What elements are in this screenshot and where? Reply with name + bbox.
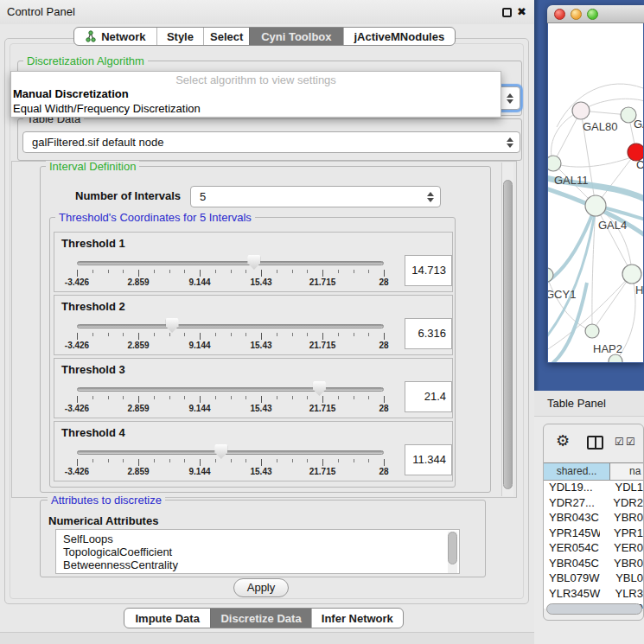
- table-rows: YDL19...YDL1YDR27...YDR2YBR043CYBR0YPR14…: [544, 481, 643, 609]
- threshold-value-field[interactable]: 6.316: [405, 318, 452, 349]
- table-row[interactable]: YDL19...YDL1: [544, 481, 643, 496]
- checkbox-icon[interactable]: ☑: [615, 436, 624, 448]
- network-window[interactable]: GAL80 GA GAL11 GAL4 GCY1 H HAP2 C: [547, 5, 644, 363]
- combo-arrows-icon: [507, 93, 513, 104]
- table-row[interactable]: YDR27...YDR2: [544, 496, 643, 512]
- slider-tick-labels: -3.4262.8599.14415.4321.71528: [77, 277, 384, 288]
- slider-handle[interactable]: [214, 444, 227, 459]
- slider-track[interactable]: [77, 450, 384, 455]
- tab-cyni-toolbox[interactable]: Cyni Toolbox: [249, 28, 343, 45]
- slider-ticks: [77, 396, 384, 403]
- table-row[interactable]: YBR043CYBR0: [544, 511, 643, 526]
- network-window-titlebar[interactable]: [547, 5, 644, 23]
- bottom-tabbar: Impute Data Discretize Data Infer Networ…: [124, 608, 404, 628]
- node-gal4[interactable]: [585, 195, 606, 216]
- slider-tick-labels: -3.4262.8599.14415.4321.71528: [77, 404, 384, 414]
- numerical-attributes-list[interactable]: SelfLoopsTopologicalCoefficientBetweenne…: [55, 529, 460, 574]
- minimize-traffic-light[interactable]: [571, 9, 582, 20]
- threshold-value-field[interactable]: 21.4: [405, 381, 452, 412]
- node-h[interactable]: [622, 265, 641, 284]
- attributes-legend: Attributes to discretize: [48, 494, 165, 507]
- table-row[interactable]: YPR145WYPR1: [544, 526, 643, 542]
- columns-icon[interactable]: [587, 436, 603, 450]
- table-row[interactable]: YER054CYER0: [544, 541, 643, 557]
- network-graph: GAL80 GA GAL11 GAL4 GCY1 H HAP2 C: [548, 23, 643, 362]
- slider-handle[interactable]: [247, 255, 260, 270]
- threshold-panel: Threshold 3-3.4262.8599.14415.4321.71528…: [54, 358, 453, 418]
- checkbox-icon[interactable]: ☑: [626, 436, 635, 448]
- slider-handle[interactable]: [313, 381, 326, 396]
- table-row[interactable]: YLR345WYLR3: [544, 587, 643, 603]
- attributes-scrollbar-thumb[interactable]: [448, 532, 457, 564]
- popup-option-equal-width[interactable]: Equal Width/Frequency Discretization: [13, 102, 201, 115]
- cell-shared-name: YLR345W: [544, 587, 601, 603]
- float-window-icon[interactable]: [502, 8, 512, 17]
- slider-track[interactable]: [77, 261, 384, 265]
- cell-name: YBR0: [600, 557, 643, 572]
- slider-tick-labels: -3.4262.8599.14415.4321.71528: [77, 341, 384, 351]
- tab-infer-network[interactable]: Infer Network: [311, 609, 403, 628]
- interval-definition-legend: Interval Definition: [46, 160, 139, 173]
- slider-tick-labels: -3.4262.8599.14415.4321.71528: [77, 467, 384, 477]
- apply-button[interactable]: Apply: [233, 578, 289, 597]
- node-label-gal11: GAL11: [554, 174, 589, 187]
- node-bottom-partial[interactable]: [609, 354, 622, 362]
- network-canvas[interactable]: GAL80 GA GAL11 GAL4 GCY1 H HAP2 C: [548, 23, 643, 362]
- table-data-combo[interactable]: galFiltered.sif default node: [22, 131, 520, 153]
- node-label-partial-h: H: [635, 284, 643, 296]
- numerical-attributes-label: Numerical Attributes: [48, 514, 158, 527]
- column-header-name[interactable]: na: [610, 463, 643, 480]
- tab-select[interactable]: Select: [203, 28, 249, 45]
- threshold-value-field[interactable]: 11.344: [405, 444, 452, 475]
- vertical-scrollbar-thumb[interactable]: [503, 180, 513, 489]
- slider-ticks: [77, 459, 384, 466]
- top-tabbar: Network Style Select Cyni Toolbox jActiv…: [73, 27, 456, 46]
- horizontal-scrollbar-thumb[interactable]: [546, 603, 642, 615]
- cell-shared-name: YBR043C: [544, 511, 600, 526]
- popup-option-manual[interactable]: Manual Discretization: [13, 87, 129, 100]
- threshold-label: Threshold 4: [61, 426, 125, 439]
- table-panel-titlebar: Table Panel: [534, 391, 644, 417]
- cell-shared-name: YBL079W: [544, 571, 602, 587]
- number-of-intervals-combo[interactable]: 5: [190, 186, 441, 207]
- attribute-list-item[interactable]: SelfLoops: [56, 532, 459, 545]
- tab-network-label: Network: [101, 30, 145, 43]
- threshold-value-field[interactable]: 14.713: [405, 255, 452, 286]
- algorithm-popup: Select algorithm to view settings Manual…: [10, 71, 501, 118]
- node-label-gcy1: GCY1: [548, 288, 576, 301]
- table-row[interactable]: YBL079WYBL0: [544, 571, 643, 587]
- cell-name: YPR1: [600, 526, 643, 542]
- threshold-label: Threshold 1: [61, 237, 125, 250]
- node-label-hap2: HAP2: [593, 342, 622, 355]
- number-of-intervals-label: Number of Intervals: [75, 189, 181, 202]
- tab-network[interactable]: Network: [74, 28, 156, 45]
- control-panel-titlebar: Control Panel ✖: [0, 0, 534, 24]
- node-hap2[interactable]: [585, 324, 599, 338]
- close-traffic-light[interactable]: [554, 9, 565, 20]
- cell-shared-name: YDR27...: [544, 496, 599, 512]
- attribute-list-item[interactable]: TopologicalCoefficient: [56, 545, 459, 558]
- attribute-list-item[interactable]: BetweennessCentrality: [56, 558, 459, 571]
- cell-shared-name: YBR045C: [544, 557, 600, 572]
- tab-impute-data[interactable]: Impute Data: [124, 609, 210, 628]
- tab-jactivemnodules[interactable]: jActiveMNodules: [343, 28, 455, 45]
- slider-track[interactable]: [77, 324, 384, 328]
- node-gal80[interactable]: [572, 102, 590, 119]
- attributes-scrollbar-track[interactable]: [448, 532, 457, 573]
- close-icon[interactable]: ✖: [517, 0, 526, 24]
- tab-discretize-data[interactable]: Discretize Data: [210, 609, 310, 628]
- slider-handle[interactable]: [166, 318, 179, 333]
- node-label-partial-c: C: [636, 158, 643, 171]
- cell-shared-name: YER054C: [544, 541, 600, 557]
- table-row[interactable]: YBR045CYBR0: [544, 557, 643, 572]
- cell-name: YDR2: [599, 496, 643, 512]
- table-card: ⚙ ☑ ☑ shared... na YDL19...YDL1YDR27...Y…: [543, 424, 644, 621]
- node-gal11[interactable]: [548, 156, 561, 171]
- column-header-shared[interactable]: shared...: [544, 463, 610, 480]
- zoom-traffic-light[interactable]: [587, 9, 598, 20]
- table-header: shared... na: [544, 462, 643, 481]
- gear-icon[interactable]: ⚙: [556, 431, 570, 450]
- tab-style[interactable]: Style: [156, 28, 204, 45]
- node-label-gal4: GAL4: [598, 219, 627, 232]
- slider-track[interactable]: [77, 387, 384, 392]
